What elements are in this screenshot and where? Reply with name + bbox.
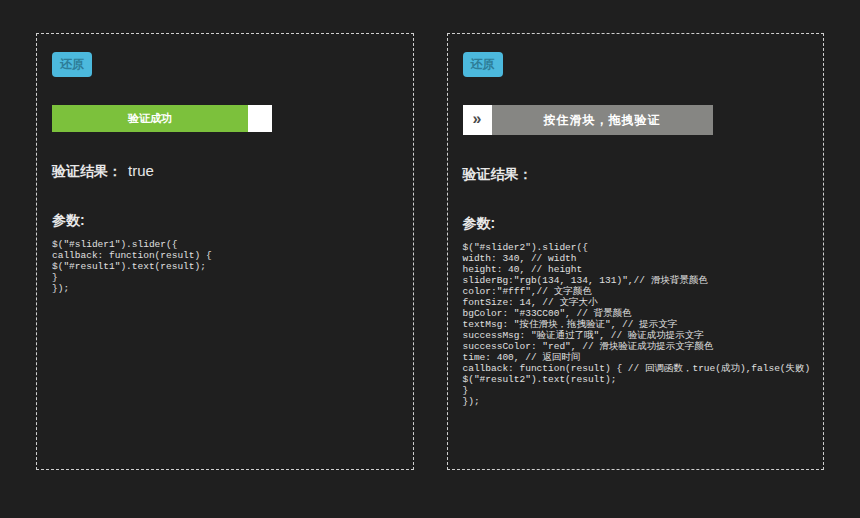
demo-panel-slider2: 还原 » 按住滑块，拖拽验证 验证结果： 参数: $("#slider2").s… xyxy=(447,33,825,470)
params-code-block: $("#slider2").slider({ width: 340, // wi… xyxy=(463,242,809,407)
result-label: 验证结果： xyxy=(52,163,122,179)
slider2-widget[interactable]: » 按住滑块，拖拽验证 xyxy=(463,105,713,135)
params-code-block: $("#slider1").slider({ callback: functio… xyxy=(52,239,398,294)
slider1-success-fill: 验证成功 xyxy=(52,105,248,132)
slider2-message: 按住滑块，拖拽验证 xyxy=(544,112,661,129)
page-container: 还原 验证成功 验证结果：true 参数: $("#slider1").slid… xyxy=(0,0,860,503)
slider2-track: 按住滑块，拖拽验证 xyxy=(492,105,713,135)
slider1-handle[interactable] xyxy=(248,105,272,132)
result-label: 验证结果： xyxy=(463,166,533,182)
demo-panel-slider1: 还原 验证成功 验证结果：true 参数: $("#slider1").slid… xyxy=(36,33,414,470)
slider1-widget[interactable]: 验证成功 xyxy=(52,105,272,132)
restore-button[interactable]: 还原 xyxy=(52,52,92,77)
params-title: 参数: xyxy=(52,212,398,230)
slider1-message: 验证成功 xyxy=(128,111,172,126)
slider2-handle[interactable]: » xyxy=(463,105,492,135)
params-title: 参数: xyxy=(463,215,809,233)
result-line: 验证结果：true xyxy=(52,162,398,181)
restore-button[interactable]: 还原 xyxy=(463,52,503,77)
result-line: 验证结果： xyxy=(463,165,809,184)
result-value: true xyxy=(128,162,154,179)
double-chevron-right-icon: » xyxy=(473,111,482,127)
